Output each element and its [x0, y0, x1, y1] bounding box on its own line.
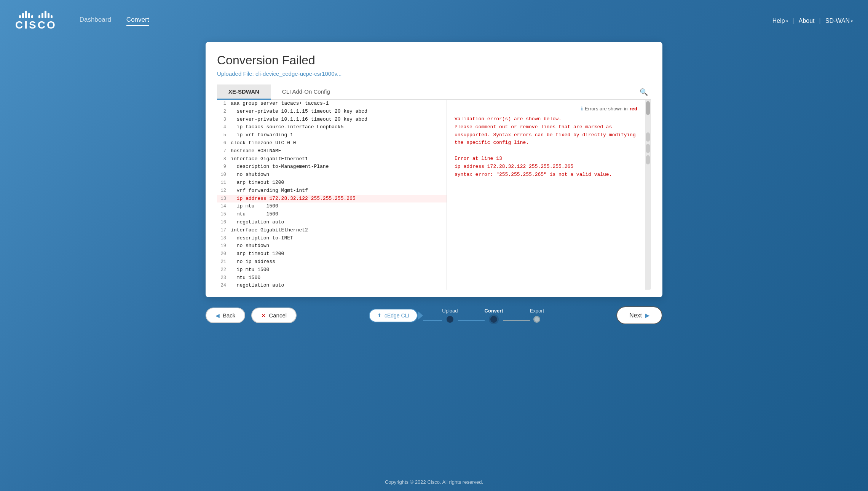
- code-line: 17interface GigabitEthernet2: [217, 226, 447, 234]
- line-number: 11: [217, 179, 231, 187]
- code-line: 11 arp timeout 1200: [217, 179, 447, 187]
- line-code: clock timezone UTC 0 0: [231, 139, 296, 147]
- uploaded-file-label: Uploaded File:: [217, 70, 254, 77]
- main-content: Conversion Failed Uploaded File: cli-dev…: [0, 42, 868, 475]
- line-code: mtu 1500: [231, 210, 278, 218]
- code-line: 24 negotiation auto: [217, 282, 447, 290]
- line-code: ip vrf forwarding 1: [231, 131, 293, 139]
- code-line: 4 ip tacacs source-interface Loopback5: [217, 123, 447, 131]
- divider-2: |: [819, 18, 821, 24]
- line-number: 16: [217, 219, 231, 226]
- line-code: interface GigabitEthernet1: [231, 155, 308, 163]
- error-panel: ℹ Errors are shown in red Validation err…: [447, 100, 645, 290]
- sdwan-link[interactable]: SD-WAN ▾: [825, 18, 853, 24]
- code-line: 3 server-private 10.1.1.16 timeout 20 ke…: [217, 116, 447, 124]
- code-line: 12 vrf forwarding Mgmt-intf: [217, 187, 447, 195]
- page-footer: Copyrights © 2022 Cisco. All rights rese…: [0, 475, 868, 491]
- code-line: 23 mtu 1500: [217, 274, 447, 282]
- code-line: 18 description to-INET: [217, 234, 447, 242]
- step-upload-dot: [447, 316, 453, 323]
- code-line: 22 ip mtu 1500: [217, 266, 447, 274]
- code-panel: 1aaa group server tacacs+ tacacs-12 serv…: [217, 100, 447, 290]
- error-color-label: red: [630, 106, 637, 112]
- editor-area: 1aaa group server tacacs+ tacacs-12 serv…: [217, 100, 651, 290]
- logo-area: CISCO: [15, 11, 57, 31]
- line-number: 12: [217, 187, 231, 194]
- footer-left: ◀ Back ✕ Cancel: [206, 308, 297, 323]
- line-code: mtu 1500: [231, 274, 260, 282]
- code-line: 2 server-private 10.1.1.15 timeout 20 ke…: [217, 108, 447, 116]
- step-upload-label: Upload: [442, 308, 458, 314]
- pill-arrow: [418, 311, 423, 320]
- copyright-text: Copyrights © 2022 Cisco. All rights rese…: [385, 479, 483, 485]
- nav-links: Dashboard Convert: [80, 16, 772, 26]
- nav-dashboard[interactable]: Dashboard: [80, 16, 111, 26]
- code-line: 16 negotiation auto: [217, 218, 447, 226]
- line-code: server-private 10.1.1.15 timeout 20 key …: [231, 108, 367, 116]
- uploaded-file-info: Uploaded File: cli-device_cedge-ucpe-csr…: [217, 70, 651, 77]
- tabs-row: XE-SDWAN CLI Add-On Config 🔍: [217, 84, 651, 100]
- line-number: 10: [217, 171, 231, 179]
- scrollbar-thumb[interactable]: [646, 101, 650, 115]
- page-title: Conversion Failed: [217, 53, 651, 67]
- line-code: no shutdown: [231, 171, 269, 179]
- line-number: 21: [217, 258, 231, 266]
- cancel-icon: ✕: [261, 312, 266, 319]
- scrollbar-thumb-2: [646, 132, 650, 142]
- cedge-cli-pill: ⬆ cEdge CLI: [369, 309, 418, 322]
- scrollbar-track[interactable]: [645, 100, 651, 290]
- error-header-text: Errors are shown in: [585, 106, 628, 112]
- cisco-logo-bars: [19, 11, 53, 18]
- line-number: 3: [217, 116, 231, 123]
- back-label: Back: [223, 312, 235, 319]
- tab-xe-sdwan[interactable]: XE-SDWAN: [217, 84, 271, 100]
- code-line: 14 ip mtu 1500: [217, 202, 447, 210]
- connector-3: [503, 320, 530, 321]
- chevron-down-icon: ▾: [786, 19, 788, 23]
- connector-2: [458, 320, 485, 321]
- line-number: 20: [217, 250, 231, 258]
- line-code: no ip address: [231, 258, 275, 266]
- line-code: arp timeout 1200: [231, 179, 284, 187]
- line-code: no shutdown: [231, 242, 269, 250]
- back-icon: ◀: [215, 312, 220, 319]
- line-code: server-private 10.1.1.16 timeout 20 key …: [231, 116, 367, 124]
- line-code: ip address 172.28.32.122 255.255.255.265: [231, 195, 356, 203]
- line-number: 13: [217, 195, 231, 202]
- step-upload: Upload: [442, 308, 458, 323]
- line-number: 6: [217, 140, 231, 147]
- help-link[interactable]: Help ▾: [772, 18, 788, 24]
- line-code: negotiation auto: [231, 218, 284, 226]
- code-line: 6clock timezone UTC 0 0: [217, 139, 447, 147]
- step-convert: Convert: [485, 308, 503, 323]
- line-number: 14: [217, 203, 231, 210]
- step-convert-dot: [490, 316, 497, 323]
- cancel-button[interactable]: ✕ Cancel: [251, 308, 297, 323]
- main-card: Conversion Failed Uploaded File: cli-dev…: [206, 42, 662, 297]
- tab-cli-addon[interactable]: CLI Add-On Config: [271, 84, 341, 100]
- cancel-label: Cancel: [269, 312, 287, 319]
- error-header: ℹ Errors are shown in red: [455, 106, 637, 112]
- step-export-dot: [533, 316, 540, 323]
- line-code: ip mtu 1500: [231, 266, 269, 274]
- code-line: 19 no shutdown: [217, 242, 447, 250]
- next-button[interactable]: Next ▶: [616, 306, 662, 324]
- line-code: aaa group server tacacs+ tacacs-1: [231, 100, 329, 108]
- line-code: ip tacacs source-interface Loopback5: [231, 123, 343, 131]
- back-button[interactable]: ◀ Back: [206, 308, 245, 323]
- about-link[interactable]: About: [799, 18, 815, 24]
- header-right: Help ▾ | About | SD-WAN ▾: [772, 18, 853, 24]
- line-code: negotiation auto: [231, 282, 284, 290]
- line-code: ip mtu 1500: [231, 202, 278, 210]
- code-line: 7hostname HOSTNAME: [217, 147, 447, 155]
- info-icon: ℹ: [581, 106, 583, 112]
- search-icon[interactable]: 🔍: [637, 85, 651, 99]
- cisco-logo-text: CISCO: [15, 19, 57, 31]
- code-line: 1aaa group server tacacs+ tacacs-1: [217, 100, 447, 108]
- code-line: 10 no shutdown: [217, 171, 447, 179]
- pill-label: cEdge CLI: [385, 312, 409, 319]
- nav-convert[interactable]: Convert: [126, 16, 149, 26]
- line-number: 22: [217, 266, 231, 274]
- header: CISCO Dashboard Convert Help ▾ | About |…: [0, 0, 868, 42]
- line-number: 7: [217, 148, 231, 155]
